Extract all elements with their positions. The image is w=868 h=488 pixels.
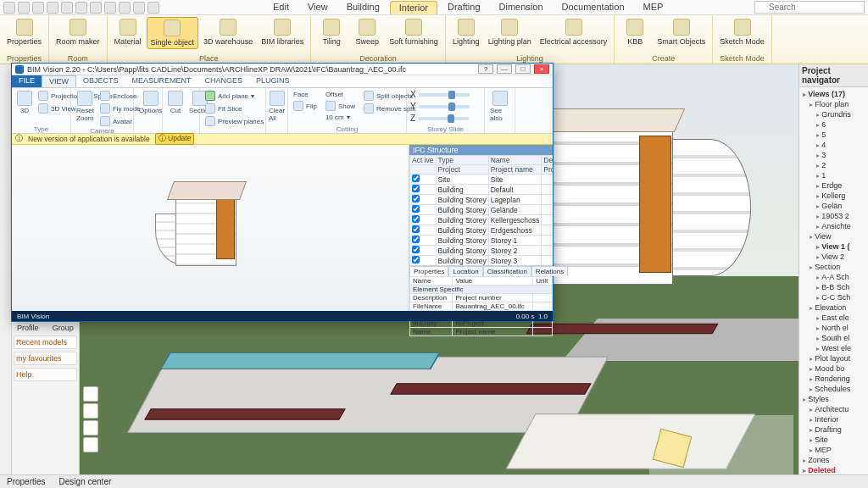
tree-node[interactable]: Ansichte bbox=[803, 221, 866, 231]
tree-node[interactable]: 2 bbox=[803, 160, 866, 170]
props-tabs[interactable]: PropertiesLocationClassificationRelation… bbox=[409, 266, 553, 276]
props-tab[interactable]: Relations bbox=[531, 266, 568, 276]
qat-icon[interactable] bbox=[133, 2, 145, 14]
ifc-structure-table[interactable]: Act iveTypeNameDescripProjectProject nam… bbox=[409, 155, 553, 265]
project-tree[interactable]: Views (17)Floor planGrundris654321ErdgeK… bbox=[799, 87, 868, 477]
tree-node[interactable]: 19053 2 bbox=[803, 211, 866, 221]
qat-icon[interactable] bbox=[90, 2, 102, 14]
ifc-check[interactable] bbox=[412, 246, 420, 253]
tab-properties[interactable]: Properties bbox=[7, 477, 46, 486]
tree-node[interactable]: Elevation bbox=[803, 302, 866, 313]
tree-node[interactable]: 4 bbox=[803, 140, 866, 150]
tree-node[interactable]: Gelän bbox=[803, 201, 866, 211]
tree-node[interactable]: Kellerg bbox=[803, 191, 866, 201]
tree-node[interactable]: North el bbox=[803, 323, 866, 333]
bim-tab-changes[interactable]: CHANGES bbox=[198, 75, 250, 87]
ribbon-tiling[interactable]: Tiling bbox=[314, 17, 348, 47]
qat-icon[interactable] bbox=[47, 2, 58, 14]
tree-node[interactable]: Grundris bbox=[803, 109, 866, 119]
qat-icon[interactable] bbox=[61, 2, 73, 14]
minimize-icon[interactable]: — bbox=[497, 64, 512, 74]
show-button[interactable]: Show bbox=[324, 100, 357, 112]
ribbon-material[interactable]: Material bbox=[111, 17, 145, 49]
menu-tab-interior[interactable]: Interior bbox=[390, 1, 437, 14]
tree-node[interactable]: Section bbox=[803, 262, 866, 272]
ribbon-single-object[interactable]: Single object bbox=[147, 17, 199, 49]
ifc-check[interactable] bbox=[412, 185, 420, 192]
menu-tab-drafting[interactable]: Drafting bbox=[439, 1, 489, 14]
zoom-icon[interactable] bbox=[83, 420, 98, 435]
search-input[interactable] bbox=[754, 1, 865, 14]
reset-zoom-button[interactable]: Reset Zoom bbox=[75, 90, 96, 123]
ifc-check[interactable] bbox=[412, 175, 420, 182]
tree-node[interactable]: Floor plan bbox=[803, 99, 866, 109]
ribbon-electrical-accessory[interactable]: Electrical accessory bbox=[537, 17, 611, 47]
bim-titlebar[interactable]: BIM Vision 2.20 - C:\Users\Papp\fits CAD… bbox=[12, 64, 553, 75]
tree-node[interactable]: 1 bbox=[803, 170, 866, 180]
tree-node[interactable]: Architectu bbox=[803, 404, 866, 414]
bim-tab-plugins[interactable]: PLUGINS bbox=[249, 75, 297, 87]
ifc-check[interactable] bbox=[412, 236, 420, 243]
props-tab[interactable]: Classification bbox=[483, 266, 531, 276]
bim-tab-file[interactable]: FILE bbox=[12, 75, 42, 87]
ribbon-lighting-plan[interactable]: Lighting plan bbox=[485, 17, 535, 47]
tree-node[interactable]: 5 bbox=[803, 130, 866, 140]
face-button[interactable]: Face bbox=[292, 90, 319, 99]
ifc-check[interactable] bbox=[412, 256, 420, 263]
bim-tab-view[interactable]: VIEW bbox=[42, 75, 76, 87]
ifc-check[interactable] bbox=[412, 215, 420, 223]
help-icon[interactable]: ? bbox=[478, 64, 493, 74]
favourites-link[interactable]: my favourites bbox=[14, 352, 77, 365]
close-icon[interactable]: × bbox=[534, 64, 549, 74]
tree-node[interactable]: View 1 ( bbox=[803, 241, 866, 252]
cut-button[interactable]: Cut bbox=[166, 90, 185, 115]
qat-icon[interactable] bbox=[18, 2, 30, 14]
tree-node[interactable]: Styles bbox=[803, 394, 866, 404]
tree-node[interactable]: Site bbox=[803, 435, 866, 445]
recent-models-link[interactable]: Recent models bbox=[14, 336, 77, 349]
tree-node[interactable]: Mood bo bbox=[803, 363, 866, 374]
props-tab[interactable]: Location bbox=[448, 266, 482, 276]
tree-node[interactable]: A-A Sch bbox=[803, 272, 866, 282]
clear-all-button[interactable]: Clear All bbox=[270, 90, 284, 123]
tree-node[interactable]: C-C Sch bbox=[803, 292, 866, 302]
menu-tab-building[interactable]: Building bbox=[338, 1, 388, 14]
view-3d-button[interactable]: 3D bbox=[15, 90, 34, 115]
qat-icon[interactable] bbox=[119, 2, 131, 14]
slider-y[interactable] bbox=[419, 105, 470, 108]
tree-node[interactable]: Erdge bbox=[803, 180, 866, 191]
tree-node[interactable]: Interior bbox=[803, 414, 866, 424]
tree-node[interactable]: South el bbox=[803, 333, 866, 343]
ribbon-soft-furnishing[interactable]: Soft furnishing bbox=[386, 17, 442, 47]
ribbon-sketch-mode[interactable]: Sketch Mode bbox=[716, 17, 768, 47]
bim-tab-measurement[interactable]: MEASUREMENT bbox=[125, 75, 198, 87]
add-plane-button[interactable]: Add plane ▾ bbox=[203, 90, 256, 102]
navigation-cube[interactable] bbox=[649, 415, 793, 483]
bim-tab-objects[interactable]: OBJECTS bbox=[76, 75, 125, 87]
ribbon-lighting[interactable]: Lighting bbox=[449, 17, 483, 47]
menu-tab-mep[interactable]: MEP bbox=[635, 1, 672, 14]
ribbon-3d-warehouse[interactable]: 3D warehouse bbox=[200, 17, 256, 49]
qat-icon[interactable] bbox=[32, 2, 44, 14]
ifc-check[interactable] bbox=[412, 195, 420, 202]
tree-node[interactable]: Plot layout bbox=[803, 353, 866, 363]
menu-tab-view[interactable]: View bbox=[299, 1, 337, 14]
flip-button[interactable]: Flip bbox=[292, 100, 319, 112]
menu-tab-documentation[interactable]: Documentation bbox=[554, 1, 633, 14]
fit-slice-button[interactable]: Fit Slice bbox=[203, 103, 243, 114]
options-button[interactable]: Options bbox=[137, 90, 164, 115]
qat-icon[interactable] bbox=[147, 2, 159, 14]
ifc-check[interactable] bbox=[412, 225, 420, 233]
ifc-check[interactable] bbox=[412, 205, 420, 213]
props-table[interactable]: NameValueUnitElement SpecificDescription… bbox=[409, 276, 553, 336]
zoom-icon[interactable] bbox=[83, 437, 98, 452]
tree-node[interactable]: Views (17) bbox=[803, 89, 866, 99]
menu-tab-dimension[interactable]: Dimension bbox=[491, 1, 552, 14]
qat-icon[interactable] bbox=[104, 2, 116, 14]
ribbon-smart-objects[interactable]: Smart Objects bbox=[654, 17, 709, 47]
tree-node[interactable]: West ele bbox=[803, 343, 866, 353]
tree-node[interactable]: 3 bbox=[803, 150, 866, 160]
ribbon-room-maker[interactable]: Room maker bbox=[53, 17, 103, 47]
tree-node[interactable]: Rendering bbox=[803, 374, 866, 384]
see-also-button[interactable]: See also bbox=[488, 90, 511, 123]
